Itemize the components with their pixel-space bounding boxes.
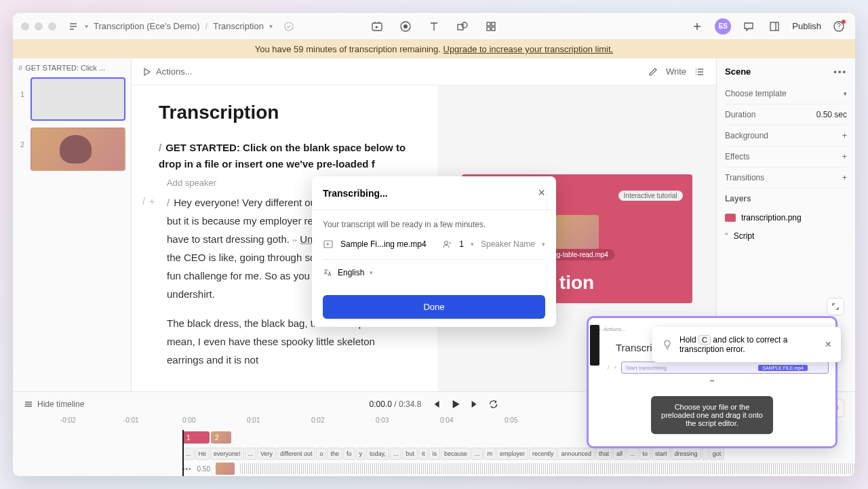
fit-zoom-button[interactable]	[827, 298, 844, 315]
word-segment[interactable]: got	[709, 448, 725, 460]
play-button[interactable]	[450, 399, 460, 410]
right-tools: ES Publish ?	[689, 18, 847, 35]
word-segment[interactable]: Very	[257, 448, 276, 460]
word-track[interactable]: ...Heeveryone!...Verydifferent outothefo…	[182, 446, 855, 461]
record-icon[interactable]	[397, 18, 414, 35]
chevron-down-icon[interactable]: ▾	[269, 22, 273, 30]
breadcrumb-project[interactable]: Transcription (Ece's Demo)	[94, 21, 200, 31]
language-dropdown[interactable]: English	[338, 268, 364, 277]
media-icon[interactable]	[369, 18, 385, 35]
word-segment[interactable]: ...	[471, 448, 484, 460]
word-segment[interactable]: y	[356, 448, 366, 460]
list-icon[interactable]	[694, 66, 705, 77]
help-icon[interactable]: ?	[831, 18, 847, 35]
word-segment[interactable]: but	[402, 448, 418, 460]
template-row[interactable]: Choose template▾	[725, 83, 847, 104]
shapes-icon[interactable]	[454, 18, 471, 35]
more-icon[interactable]: •••	[833, 66, 847, 77]
scene-thumb-1[interactable]: 1	[18, 77, 125, 121]
word-segment[interactable]: ...	[627, 448, 639, 460]
done-button[interactable]: Done	[323, 295, 545, 319]
tutorial-tooltip: Choose your file or the preloaded one an…	[651, 396, 773, 434]
word-segment[interactable]	[702, 448, 709, 460]
playhead[interactable]	[182, 430, 184, 476]
pencil-icon	[648, 67, 658, 77]
avatar[interactable]: ES	[715, 18, 731, 35]
time-total: 0:34.8	[399, 399, 421, 409]
word-segment[interactable]: that	[595, 448, 612, 460]
word-segment[interactable]: He	[195, 448, 210, 460]
preview-thumbnail	[555, 215, 599, 249]
svg-rect-10	[770, 22, 778, 31]
chevron-down-icon[interactable]: ▾	[85, 22, 88, 30]
panel-icon[interactable]	[766, 18, 783, 35]
layer-item[interactable]: transcription.png	[725, 209, 847, 227]
speaker-count[interactable]: 1	[459, 239, 464, 249]
word-segment[interactable]: ...	[245, 448, 257, 460]
upgrade-banner: You have 59 minutes of transcription rem…	[13, 40, 855, 58]
svg-point-5	[462, 22, 467, 28]
word-segment[interactable]: ...	[390, 448, 402, 460]
tutorial-input: Start transcribing SAMPLE FILE.mp4	[621, 361, 829, 374]
script-layer[interactable]: “ Script	[725, 227, 847, 246]
word-segment[interactable]: o	[316, 448, 326, 460]
word-segment[interactable]: ...	[182, 448, 195, 460]
word-segment[interactable]: today,	[366, 448, 389, 460]
word-segment[interactable]: it	[418, 448, 429, 460]
write-button[interactable]: Write	[666, 66, 686, 77]
skip-back-button[interactable]	[431, 399, 441, 410]
svg-rect-8	[487, 27, 490, 31]
grid-icon[interactable]	[483, 18, 499, 35]
word-segment[interactable]: dressing	[671, 448, 701, 460]
word-segment[interactable]: the	[327, 448, 342, 460]
actions-button[interactable]: Actions...	[156, 66, 192, 77]
wave-track[interactable]: ••• 0.50	[182, 461, 855, 476]
breadcrumb-page[interactable]: Transcription	[213, 21, 264, 31]
breadcrumb: ▾ Transcription (Ece's Demo) / Transcrip…	[67, 20, 294, 33]
close-icon[interactable]: ×	[825, 338, 831, 351]
word-segment[interactable]: start	[652, 448, 671, 460]
word-segment[interactable]: fo	[343, 448, 355, 460]
status-check-icon	[283, 21, 294, 32]
chevron-down-icon[interactable]: ▾	[471, 241, 474, 248]
menu-icon[interactable]	[67, 20, 79, 33]
chevron-down-icon[interactable]: ▾	[542, 241, 545, 248]
word-segment[interactable]: to	[639, 448, 652, 460]
tip-popup: Hold C and click to correct a transcript…	[652, 327, 841, 362]
effects-row[interactable]: Effects+	[725, 146, 847, 168]
banner-text: You have 59 minutes of transcription rem…	[255, 44, 443, 54]
text-icon[interactable]	[426, 18, 442, 35]
word-segment[interactable]: different out	[277, 448, 315, 460]
word-segment[interactable]: m	[484, 448, 496, 460]
hide-timeline-button[interactable]: Hide timeline	[24, 399, 84, 409]
speaker-name-dropdown[interactable]: Speaker Name	[481, 239, 535, 249]
editor-toolbar: Actions... Write	[132, 58, 716, 85]
transitions-row[interactable]: Transitions+	[725, 168, 847, 189]
loop-button[interactable]	[488, 399, 498, 410]
chevron-down-icon: ▾	[844, 90, 847, 97]
center-tools	[369, 18, 499, 35]
word-segment[interactable]: because	[441, 448, 471, 460]
skip-forward-button[interactable]	[469, 399, 479, 410]
actions-icon	[142, 67, 152, 77]
titlebar: ▾ Transcription (Ece's Demo) / Transcrip…	[13, 13, 855, 40]
tutorial-badge[interactable]: Interactive tutorial	[618, 191, 683, 201]
word-segment[interactable]: all	[613, 448, 626, 460]
word-segment[interactable]: employer	[496, 448, 528, 460]
word-segment[interactable]: announced	[557, 448, 595, 460]
upgrade-link[interactable]: Upgrade to increase your transcription l…	[443, 44, 614, 54]
word-segment[interactable]: recently	[529, 448, 557, 460]
background-row[interactable]: Background+	[725, 125, 847, 146]
sample-file-chip: SAMPLE FILE.mp4	[758, 365, 808, 371]
svg-point-3	[403, 24, 408, 28]
word-segment[interactable]: everyone!	[210, 448, 244, 460]
window-controls[interactable]	[21, 22, 56, 31]
comment-icon[interactable]	[741, 18, 757, 35]
chevron-down-icon[interactable]: ▾	[370, 269, 373, 276]
add-icon[interactable]	[689, 18, 705, 35]
publish-button[interactable]: Publish	[792, 21, 821, 31]
close-icon[interactable]: ×	[538, 186, 545, 200]
plus-icon: +	[842, 131, 847, 140]
scene-thumb-2[interactable]: 2	[18, 128, 125, 171]
word-segment[interactable]: is	[429, 448, 440, 460]
